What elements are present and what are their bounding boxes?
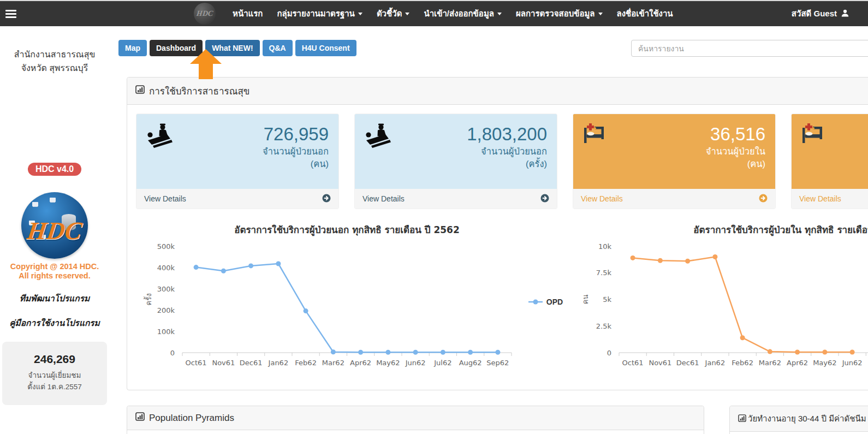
- navbar-menu: หน้าแรกกลุ่มรายงานมาตรฐานตัวชี้วัดนำเข้า…: [225, 3, 680, 25]
- tab-h4u-consent[interactable]: H4U Consent: [295, 40, 356, 56]
- sidebar-links: ทีมพัฒนาโปรแกรมคู่มือการใช้งานโปรแกรม: [0, 292, 109, 330]
- stat-unit: (ครั้ง): [467, 158, 547, 170]
- view-details-label: View Details: [799, 194, 841, 203]
- tab-what-new-[interactable]: What NEW!: [205, 40, 259, 56]
- panel-heading: วัยทำงานอายุ 30-44 ปี มีค่าดัชนีม: [730, 406, 868, 432]
- nav-item[interactable]: ลงชื่อเข้าใช้งาน: [610, 3, 680, 25]
- svg-text:อัตราการใช้บริการผู้ป่วยนอก ทุ: อัตราการใช้บริการผู้ป่วยนอก ทุกสิทธิ ราย…: [234, 224, 460, 236]
- svg-text:100k: 100k: [157, 328, 175, 336]
- bar-chart-icon: [738, 414, 746, 424]
- inpatient-bed-icon: [801, 123, 827, 180]
- circle-arrow-icon: [322, 194, 331, 204]
- outpatient-icon: [365, 123, 393, 180]
- sidebar-link[interactable]: คู่มือการใช้งานโปรแกรม: [0, 316, 109, 330]
- search-input[interactable]: [631, 40, 868, 57]
- nav-item[interactable]: นำเข้า/ส่งออกข้อมูล: [417, 3, 509, 25]
- view-details-label: View Details: [144, 194, 186, 203]
- nav-item[interactable]: ตัวชี้วัด: [370, 3, 417, 25]
- legend-item-opd[interactable]: OPD: [528, 298, 563, 306]
- chart-legend: OPD: [518, 220, 573, 383]
- hdc-logo[interactable]: HDC: [194, 3, 216, 25]
- stat-cards-row: 726,959จำนวนผู้ป่วยนอก(คน)View Details1,…: [136, 114, 868, 209]
- stat-card-text: 1,803,200จำนวนผู้ป่วยนอก(ครั้ง): [467, 123, 547, 180]
- svg-text:Apr62: Apr62: [350, 359, 371, 367]
- stat-value: 36,516: [706, 123, 765, 145]
- nav-item[interactable]: หน้าแรก: [225, 3, 270, 25]
- stat-unit: (คน): [263, 158, 329, 170]
- chevron-down-icon: [598, 13, 603, 15]
- tab-dashboard[interactable]: Dashboard: [150, 40, 203, 56]
- view-details-link[interactable]: View Details: [355, 189, 557, 209]
- stat-label: จำนวนผู้ป่วยใน: [706, 145, 765, 157]
- nav-item-label: หน้าแรก: [233, 7, 263, 20]
- svg-text:Sep62: Sep62: [486, 359, 509, 367]
- svg-text:Dec61: Dec61: [240, 359, 263, 367]
- nav-item-label: ตัวชี้วัด: [377, 7, 402, 20]
- view-details-link[interactable]: View Details: [573, 189, 775, 209]
- svg-text:Jun62: Jun62: [405, 359, 426, 367]
- svg-text:May62: May62: [376, 359, 400, 367]
- nav-item[interactable]: กลุ่มรายงานมาตรฐาน: [270, 3, 370, 25]
- copyright-text: Copyright @ 2014 HDC. All rights reserve…: [0, 262, 109, 281]
- stat-card-body: 726,959จำนวนผู้ป่วยนอก(คน): [136, 114, 338, 189]
- tab-q-a[interactable]: Q&A: [263, 40, 293, 56]
- svg-text:อัตราการใช้บริการผู้ป่วยใน ทุก: อัตราการใช้บริการผู้ป่วยใน ทุกสิทธิ รายเ…: [693, 224, 868, 236]
- visitor-counter-box: 246,269 จำนวนผู้เยี่ยมชม ตั้งแต่ 1ต.ค.25…: [2, 342, 107, 405]
- panel-title: Population Pyramids: [149, 413, 234, 424]
- greeting-label: สวัสดี Guest: [792, 7, 837, 20]
- svg-text:Jan62: Jan62: [268, 359, 289, 367]
- bar-chart-icon: [135, 412, 145, 424]
- visitor-count-label: จำนวนผู้เยี่ยมชม ตั้งแต่ 1ต.ค.2557: [7, 370, 103, 393]
- panel-title: การใช้บริการสาธารณสุข: [149, 84, 249, 98]
- svg-text:200k: 200k: [157, 306, 175, 314]
- stat-card: 726,959จำนวนผู้ป่วยนอก(คน)View Details: [136, 114, 339, 209]
- svg-text:Mar62: Mar62: [759, 359, 781, 367]
- svg-text:5k: 5k: [603, 295, 611, 304]
- view-details-link[interactable]: View Details: [792, 189, 868, 209]
- nav-item[interactable]: ผลการตรวจสอบข้อมูล: [509, 3, 610, 25]
- svg-text:Aug62: Aug62: [459, 359, 482, 367]
- svg-text:Nov61: Nov61: [212, 359, 235, 367]
- sidebar-link[interactable]: ทีมพัฒนาโปรแกรม: [0, 292, 109, 305]
- svg-text:Apr62: Apr62: [787, 359, 808, 367]
- nav-item-label: นำเข้า/ส่งออกข้อมูล: [424, 7, 494, 20]
- legend-label: OPD: [546, 298, 563, 306]
- stat-label: จำนวนผู้ป่วยนอก: [467, 145, 547, 157]
- svg-text:0: 0: [170, 349, 175, 357]
- stat-card-text: 726,959จำนวนผู้ป่วยนอก(คน): [263, 123, 329, 180]
- circle-arrow-icon: [540, 194, 549, 204]
- hamburger-menu-icon[interactable]: [0, 10, 22, 18]
- version-badge: HDC v4.0: [28, 163, 81, 176]
- charts-row: อัตราการใช้บริการผู้ป่วยนอก ทุกสิทธิ ราย…: [136, 220, 868, 383]
- svg-text:400k: 400k: [157, 264, 175, 272]
- working-age-panel: วัยทำงานอายุ 30-44 ปี มีค่าดัชนีม: [729, 406, 868, 434]
- svg-text:10k: 10k: [598, 242, 612, 251]
- stat-unit: (คน): [706, 158, 765, 170]
- svg-text:300k: 300k: [157, 285, 175, 293]
- chevron-down-icon: [358, 13, 362, 15]
- panel-title: วัยทำงานอายุ 30-44 ปี มีค่าดัชนีม: [748, 412, 866, 425]
- sidebar: สำนักงานสาธารณสุขจังหวัด สุพรรณบุรี HDC …: [0, 26, 109, 434]
- top-navbar: HDC หน้าแรกกลุ่มรายงานมาตรฐานตัวชี้วัดนำ…: [0, 0, 868, 26]
- stat-card: 36,516จำนวนผู้ป่วยใน(คน)View Details: [573, 114, 776, 209]
- outpatient-icon: [146, 123, 175, 180]
- svg-text:Mar62: Mar62: [322, 359, 344, 367]
- bottom-panels-row: Population Pyramids วัยทำงานอายุ 30-44 ป…: [127, 406, 868, 434]
- svg-text:500k: 500k: [157, 242, 175, 251]
- stat-card: 1,803,200จำนวนผู้ป่วยนอก(ครั้ง)View Deta…: [354, 114, 557, 209]
- opd-monthly-line-chart: อัตราการใช้บริการผู้ป่วยนอก ทุกสิทธิ ราย…: [136, 220, 518, 383]
- inpatient-bed-icon: [583, 123, 608, 180]
- user-greeting[interactable]: สวัสดี Guest: [792, 7, 849, 20]
- tab-map[interactable]: Map: [118, 40, 147, 56]
- svg-text:Nov61: Nov61: [649, 359, 671, 367]
- panel-heading: การใช้บริการสาธารณสุข: [127, 78, 868, 105]
- chevron-down-icon: [497, 13, 502, 15]
- office-name: สำนักงานสาธารณสุขจังหวัด สุพรรณบุรี: [0, 48, 109, 75]
- nav-item-label: กลุ่มรายงานมาตรฐาน: [277, 7, 355, 20]
- ipd-monthly-line-chart: อัตราการใช้บริการผู้ป่วยใน ทุกสิทธิ รายเ…: [573, 220, 868, 383]
- user-icon: [841, 9, 849, 19]
- svg-text:7.5k: 7.5k: [596, 269, 612, 277]
- chevron-down-icon: [405, 13, 409, 15]
- svg-text:Oct61: Oct61: [622, 359, 644, 367]
- view-details-link[interactable]: View Details: [136, 189, 338, 209]
